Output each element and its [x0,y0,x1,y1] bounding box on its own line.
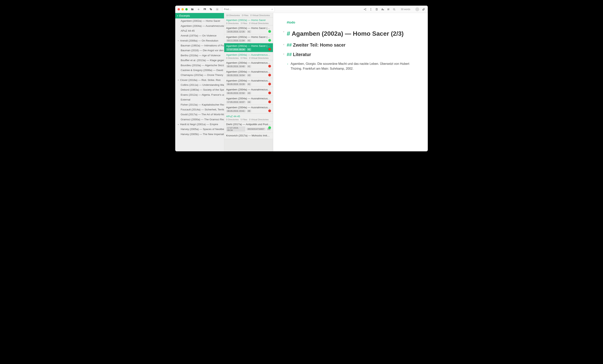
file-list-item[interactable]: Agamben (2004a) — Ausnahmezustand 608.05… [224,105,273,114]
attachment-icon[interactable] [421,7,426,12]
avatar[interactable] [415,7,419,11]
share-icon[interactable] [362,7,368,12]
todo-tag[interactable]: #todo [287,21,416,24]
sidebar-item[interactable]: ▸Arendt (2006a) — On Revolution [175,38,224,43]
status-dot [268,92,271,94]
editor[interactable]: #todo ▾ # Agamben (2002a) — Homo Sacer (… [273,13,428,151]
sidebar-item[interactable]: Arendt (1970a) — On Violence [175,33,224,38]
search-input-wrap[interactable]: × [222,7,275,12]
file-date: 08.05.2019, 19:28 [226,83,246,86]
sidebar-item[interactable]: Bertho (2018a) — Age of Violence [175,53,224,58]
sidebar-item[interactable]: Bauman (1992a) — Intimations of Postmode… [175,43,224,48]
sidebar-item[interactable]: Foucault (2014a) — Sicherheit, Territori… [175,107,224,112]
sidebar-item-label: Arendt (2006a) — On Revolution [180,39,218,42]
sidebar-item[interactable]: Harvey (2005a) — Spaces of Neoliberaliza… [175,127,224,132]
sidebar-item-label: Bauman (2016) — Die Angst vor den andere… [181,49,224,52]
h2-marker: ## [287,52,293,57]
sidebar-item-label: Chamayou (2015a) — Drone Theory [181,74,223,77]
search-input[interactable] [224,8,271,11]
file-list-item[interactable]: Agamben (2004a) — Ausnahmezustand 517.05… [224,96,273,105]
sidebar-item[interactable]: Fisher (2013a) — Kapitalistischer Realis… [175,102,224,107]
sidebar-item[interactable]: Gould (2017a) — The Art of World-Making [175,112,224,117]
sidebar-item[interactable]: Evans (2012a) — Algeria. France's undecl… [175,92,224,97]
sidebar-item[interactable]: Harvey (2005b) — The New Imperialism [175,132,224,137]
sidebar-item-label: Clover (2016a) — Riot. Strike. Riot. [180,78,221,81]
file-title: Agamben (2004a) — Ausnahmezustand 2 [226,70,271,73]
file-list-group[interactable]: APuZ 44-450 Directories5 Files0 Virtual … [224,114,273,122]
image-icon[interactable] [202,7,208,12]
sidebar-item-label: Gould (2017a) — The Art of World-Making [181,113,224,116]
sidebar-item[interactable]: Gramsci (2000a) — The Gramsci Reader [175,117,224,122]
sidebar[interactable]: ▾ Excerpts Agamben (2002a) — Homo SacerA… [175,13,224,151]
file-list-item[interactable]: Agamben (2002a) — Homo Sacer (1-3)03.11.… [224,34,273,43]
sidebar-item[interactable]: Debord (1983a) — Society of the Spectacl… [175,87,224,92]
hash-icon[interactable] [386,7,391,12]
sidebar-item[interactable]: Agamben (2004a) — Ausnahmezustand [175,23,224,28]
cursor-icon[interactable] [368,7,374,12]
fold-icon[interactable]: ▾ [283,44,284,46]
sidebar-item[interactable]: Agamben (2002a) — Homo Sacer [175,18,224,23]
sidebar-item-label: Castree & Gregory (2006a) — David Harvey [181,69,224,72]
status-dot [268,65,271,67]
folder-icon[interactable] [190,7,195,12]
file-list-group[interactable]: Agamben (2004a) — Ausnahmezustand0 Direc… [224,52,273,60]
status-dot [268,74,271,77]
file-list-item[interactable]: Diehl (2017a) — Antipolitik und Postmode… [224,122,273,133]
file-date: 08.05.2019, 18:54 [226,74,246,77]
status-dot [268,39,271,42]
file-list[interactable]: 10 Directories0 Files0 Virtual Directori… [224,13,273,151]
heading-1[interactable]: ▾ # Agamben (2002a) — Homo Sacer (2/3) [287,30,416,37]
heading-2b[interactable]: ▾ ## Literatur [287,52,416,57]
minimize-window-button[interactable] [181,8,184,11]
file-date: 08.05.2019, 23:41 [226,110,246,112]
file-list-item[interactable]: Agamben (2002a) — Homo Sacer (0-3)19.05.… [224,25,273,34]
sidebar-item[interactable]: Bouffier et al. (2013a) — Klage gegen … [175,58,224,63]
sidebar-item-label: Bouffier et al. (2013a) — Klage gegen … [181,59,224,62]
fold-icon[interactable]: ▾ [283,31,284,33]
sidebar-item-label: Bourdieu (2010a) — Algerische Skizzen [181,64,224,67]
sidebar-item[interactable]: Bauman (2016) — Die Angst vor den andere… [175,48,224,53]
search-icon[interactable] [392,7,397,12]
sidebar-item[interactable]: APuZ 44-45 [175,28,224,33]
file-meta: 08.05.2019, 19:28#1 [226,83,271,86]
file-title: Agamben (2004a) — Ausnahmezustand 1 [226,61,271,64]
gear-icon[interactable] [214,7,220,12]
sidebar-item[interactable]: ▸Hardt & Negri (2001a) — Empire [175,122,224,127]
fold-icon[interactable]: ▾ [283,53,284,55]
sidebar-item[interactable]: Bourdieu (2010a) — Algerische Skizzen [175,63,224,67]
svg-point-5 [366,8,366,9]
sidebar-item[interactable]: External [175,97,224,102]
heading-2a[interactable]: ▾ ## Zweiter Teil: Homo sacer [287,43,416,48]
file-list-group[interactable]: 10 Directories0 Files0 Virtual Directori… [224,13,273,17]
trash-icon[interactable] [374,7,379,12]
file-tag: #1 [247,65,251,68]
h2a-text: Zweiter Teil: Homo sacer [293,43,346,47]
close-window-button[interactable] [178,8,180,11]
sidebar-item[interactable]: Collins (2011a) — Understanding War [175,82,224,87]
status-dot [268,100,271,103]
file-list-item[interactable]: Agamben (2002a) — Homo Sacer (2-3)17.07.… [224,43,273,52]
file-list-item[interactable]: Agamben (2004a) — Ausnahmezustand 408.05… [224,87,273,96]
file-list-item[interactable]: Agamben (2004a) — Ausnahmezustand 208.05… [224,69,273,78]
clear-search-icon[interactable]: × [271,8,273,11]
file-date: 17.05.2019, 18:07 [226,101,246,103]
file-title: Agamben (2002a) — Homo Sacer (1-3) [226,35,271,38]
group-title: Agamben (2002a) — Homo Sacer [226,19,271,22]
list-item[interactable]: Agamben, Giorgio. Die souveräne Macht un… [291,62,416,71]
file-list-item[interactable]: Agamben (2004a) — Ausnahmezustand 108.05… [224,60,273,69]
file-list-item[interactable]: Kronovich (2017a) — Mohocks Imitation [224,133,273,139]
plus-icon[interactable] [196,7,201,12]
sidebar-item[interactable]: Chamayou (2015a) — Drone Theory [175,73,224,77]
group-meta: 0 Directories3 Files0 Virtual Directorie… [226,22,271,24]
font-icon[interactable] [380,7,385,12]
status-dot [268,126,271,129]
sidebar-item[interactable]: ▸Clover (2016a) — Riot. Strike. Riot. [175,77,224,82]
file-list-group[interactable]: Agamben (2002a) — Homo Sacer0 Directorie… [224,17,273,25]
sidebar-item[interactable]: Castree & Gregory (2006a) — David Harvey [175,68,224,73]
tag-icon[interactable] [208,7,214,12]
sidebar-header[interactable]: ▾ Excerpts [175,13,224,18]
window-controls [177,8,189,11]
zoom-window-button[interactable] [185,8,188,11]
file-date: 03.11.2018, 11:04 [226,39,246,42]
file-list-item[interactable]: Agamben (2004a) — Ausnahmezustand 308.05… [224,78,273,87]
